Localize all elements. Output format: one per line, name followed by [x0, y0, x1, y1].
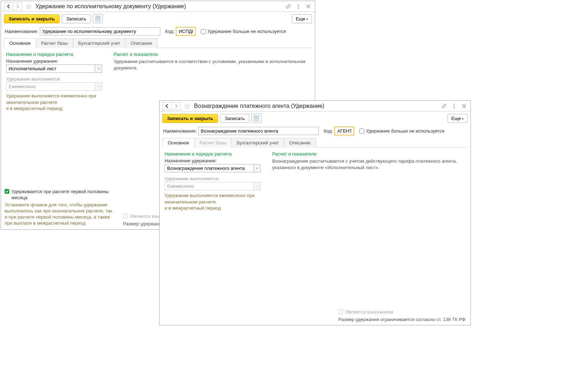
calc-description: Удержание рассчитывается в соответствии … [114, 58, 310, 71]
name-label: Наименование: [5, 29, 38, 34]
not-used-checkbox[interactable] [201, 29, 206, 34]
calc-description: Вознаграждение рассчитывается с учетом д… [272, 158, 465, 171]
titlebar: Вознаграждение платежного агента (Удержа… [160, 101, 470, 111]
titlebar: Удержание по исполнительному документу (… [1, 1, 315, 12]
tab-base[interactable]: Расчет базы [36, 38, 74, 48]
save-close-button[interactable]: Записать и закрыть [4, 14, 60, 23]
code-label: Код: [324, 128, 333, 134]
svg-point-8 [454, 105, 455, 106]
frequency-select [165, 182, 254, 190]
save-close-button[interactable]: Записать и закрыть [162, 114, 218, 123]
forward-button[interactable] [13, 3, 22, 10]
header-fields: Наименование: Код: Удержание больше не и… [1, 25, 315, 37]
frequency-label: Удержание выполняется: [6, 76, 107, 82]
tab-accounting[interactable]: Бухгалтерский учет [231, 138, 284, 148]
purpose-select[interactable] [165, 164, 254, 172]
toolbar: Записать и закрыть Записать Еще [160, 111, 470, 125]
link-icon[interactable] [285, 3, 292, 10]
svg-rect-3 [96, 16, 100, 21]
frequency-info: Удержание выполняется ежемесячно при око… [6, 93, 107, 112]
tabs: Основное Расчет базы Бухгалтерский учет … [162, 138, 468, 148]
purpose-dropdown-button[interactable] [95, 64, 102, 73]
more-button[interactable]: Еще [448, 114, 468, 123]
svg-point-7 [454, 104, 455, 105]
name-label: Наименование: [163, 128, 197, 134]
svg-point-9 [454, 107, 455, 108]
report-button[interactable] [251, 114, 261, 123]
tab-content: Назначение и порядок расчета Назначение … [160, 148, 470, 215]
section-calc-header: Расчет и показатели [272, 151, 465, 157]
frequency-info: Удержание выполняется ежемесячно при око… [165, 192, 265, 211]
favorite-icon[interactable] [183, 102, 192, 110]
frequency-dropdown-button [95, 82, 102, 91]
close-icon[interactable] [305, 3, 312, 10]
tab-main[interactable]: Основное [162, 138, 195, 148]
svg-point-2 [298, 8, 299, 9]
close-icon[interactable] [460, 102, 468, 110]
first-half-label: Удерживается при расчете первой половины… [11, 189, 112, 201]
bottom-area: Является взысканием Размер удержания огр… [338, 309, 465, 322]
window-title: Удержание по исполнительному документу (… [36, 3, 285, 10]
forward-button[interactable] [171, 102, 181, 110]
menu-dots-icon[interactable] [450, 102, 458, 110]
name-input[interactable] [40, 27, 160, 35]
svg-rect-10 [254, 116, 259, 121]
code-input[interactable] [334, 126, 354, 135]
tab-base: Расчет базы [194, 138, 232, 148]
tab-description[interactable]: Описание [125, 38, 157, 48]
is-penalty-checkbox [123, 214, 128, 219]
toolbar: Записать и закрыть Записать Еще [1, 12, 315, 25]
not-used-label: Удержание больше не используется [207, 29, 286, 34]
link-icon[interactable] [440, 102, 448, 110]
back-button[interactable] [4, 3, 13, 10]
favorite-icon[interactable] [24, 3, 33, 10]
frequency-dropdown-button [254, 182, 261, 190]
not-used-checkbox[interactable] [359, 129, 364, 134]
tab-main[interactable]: Основное [4, 38, 36, 48]
is-penalty-label: Является взысканием [345, 309, 393, 315]
limit-text: Размер удержания ограничивается согласно… [338, 317, 465, 322]
tab-accounting[interactable]: Бухгалтерский учет [73, 38, 126, 48]
purpose-dropdown-button[interactable] [254, 164, 261, 172]
purpose-select[interactable] [6, 64, 95, 73]
first-half-hint: Установите флажок для того, чтобы удержа… [5, 202, 112, 226]
purpose-label: Назначение удержания: [165, 158, 265, 163]
code-input[interactable] [176, 27, 196, 36]
save-button[interactable]: Записать [220, 114, 250, 123]
section-purpose-header: Назначение и порядок расчета [6, 52, 107, 57]
is-penalty-checkbox [338, 309, 343, 314]
svg-point-0 [298, 4, 299, 5]
window-agent-fee: Вознаграждение платежного агента (Удержа… [159, 100, 471, 325]
header-fields: Наименование: Код: Удержание больше не и… [160, 125, 470, 137]
frequency-label: Удержание выполняется: [165, 176, 265, 181]
frequency-select [6, 82, 95, 91]
menu-dots-icon[interactable] [295, 3, 302, 10]
section-purpose-header: Назначение и порядок расчета [165, 151, 265, 157]
back-button[interactable] [162, 102, 172, 110]
first-half-checkbox[interactable] [5, 189, 9, 194]
more-button[interactable]: Еще [292, 14, 312, 23]
save-button[interactable]: Записать [62, 14, 91, 23]
window-title: Вознаграждение платежного агента (Удержа… [194, 103, 440, 109]
code-label: Код: [165, 29, 175, 34]
section-calc-header: Расчет и показатели [114, 52, 310, 57]
not-used-label: Удержание больше не используется [366, 128, 444, 134]
tabs: Основное Расчет базы Бухгалтерский учет … [4, 38, 312, 48]
svg-point-1 [298, 6, 299, 7]
tab-description[interactable]: Описание [284, 138, 316, 148]
purpose-label: Назначение удержания: [6, 58, 107, 64]
report-button[interactable] [93, 14, 103, 23]
name-input[interactable] [198, 127, 319, 135]
